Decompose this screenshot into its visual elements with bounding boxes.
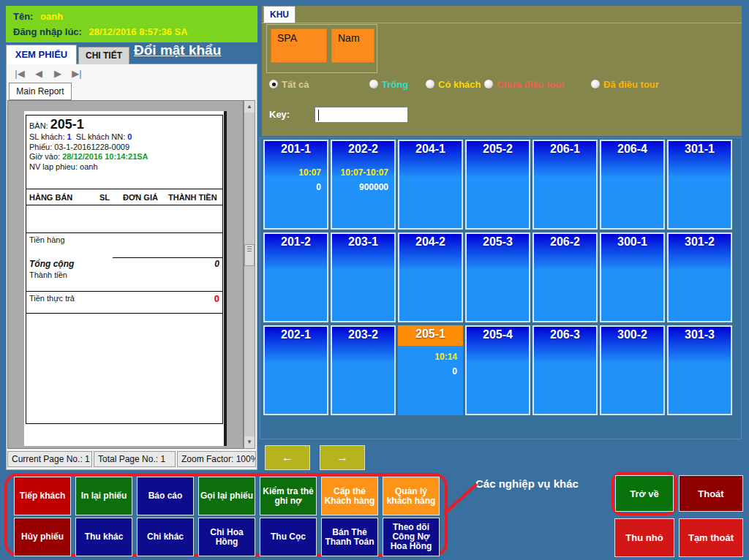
room-cell-300-2[interactable]: 300-2 — [600, 325, 665, 415]
nav-next-icon[interactable]: ▶ — [48, 68, 67, 79]
room-cell-202-2[interactable]: 202-210:07-10:07900000 — [331, 140, 396, 230]
room-name: 206-1 — [534, 141, 596, 156]
action-button-6[interactable]: Cấp thẻ Khách hàng — [321, 477, 378, 515]
report-scrollbar[interactable]: ▲ ▼ — [244, 100, 255, 449]
receipt-items-section — [26, 205, 222, 233]
room-cell-206-3[interactable]: 206-3 — [532, 325, 598, 415]
room-name: 205-2 — [467, 141, 529, 156]
room-cell-201-1[interactable]: 201-110:070 — [263, 140, 328, 230]
room-name: 301-3 — [669, 327, 731, 341]
action-button-2[interactable]: In lại phiếu — [75, 477, 132, 515]
room-cell-206-4[interactable]: 206-4 — [600, 140, 665, 230]
thanh-tien-label: Thành tiền — [29, 270, 67, 281]
action-button-1[interactable]: Hủy phiếu — [14, 518, 71, 556]
status-segment: Total Page No.: 1 — [94, 451, 176, 467]
room-name: 203-2 — [332, 327, 394, 341]
nav-first-icon[interactable]: |◀ — [10, 68, 29, 79]
change-password-link[interactable]: Đổi mật khẩu — [134, 42, 221, 58]
zone-button-nam[interactable]: Nam — [331, 29, 374, 63]
action-button-7[interactable]: Quản lý khách hàng — [383, 477, 440, 515]
room-cell-202-1[interactable]: 202-1 — [263, 325, 328, 415]
receipt-number-line: Phiếu: 03-1-20161228-0009 — [29, 143, 219, 153]
filter-radio-1[interactable]: Tất cả — [269, 79, 309, 91]
action-button-5[interactable]: Thu Cọc — [260, 518, 317, 556]
room-cell-205-1[interactable]: 205-110:140 — [398, 325, 463, 415]
nav-prev-icon[interactable]: ◀ — [29, 68, 48, 79]
room-cell-201-2[interactable]: 201-2 — [263, 232, 328, 322]
room-amount: 0 — [398, 366, 463, 377]
action-button-2[interactable]: Thu khác — [75, 518, 132, 556]
tro-ve-button[interactable]: Trở về — [615, 475, 674, 512]
note-pointer-line — [439, 475, 490, 519]
filter-radio-4[interactable]: Chưa điều tour — [484, 79, 565, 91]
key-input[interactable] — [315, 107, 408, 123]
room-name: 205-3 — [467, 234, 529, 249]
room-cell-206-1[interactable]: 206-1 — [532, 140, 598, 230]
room-cell-204-2[interactable]: 204-2 — [398, 232, 463, 322]
room-cell-301-1[interactable]: 301-1 — [667, 140, 732, 230]
receipt: BÀN: 205-1 SL khách: 1 SL khách NN: 0 Ph… — [26, 115, 223, 424]
tong-cong-value: 0 — [214, 259, 219, 270]
user-info-box: Tên: oanh Đăng nhập lúc: 28/12/2016 8:57… — [6, 6, 257, 42]
thu-nho-button[interactable]: Thu nhỏ — [614, 518, 674, 557]
receipt-columns-header: HÀNG BÁN SL ĐƠN GIÁ THÀNH TIỀN — [26, 189, 222, 205]
tab-main-report[interactable]: Main Report — [9, 83, 72, 100]
room-amount: 900000 — [332, 182, 394, 192]
text-caret — [318, 110, 319, 121]
page-right-button[interactable]: → — [320, 445, 365, 470]
room-cell-205-2[interactable]: 205-2 — [465, 140, 530, 230]
tam-thoat-button[interactable]: Tạm thoát — [679, 518, 743, 557]
action-button-3[interactable]: Báo cáo — [137, 477, 194, 515]
zone-group-box: SPA Nam — [266, 24, 377, 73]
action-button-6[interactable]: Bán Thẻ Thanh Toán — [321, 518, 378, 556]
staff-line: NV lap phieu: oanh — [29, 162, 219, 173]
arrow-right-icon: → — [336, 451, 348, 463]
tro-ve-highlight: Trở về — [611, 472, 677, 515]
filter-radio-2[interactable]: Trống — [369, 79, 408, 91]
tab-khu[interactable]: KHU — [263, 6, 296, 23]
login-time-label: Đăng nhập lúc: — [13, 26, 82, 37]
room-cell-301-3[interactable]: 301-3 — [667, 325, 732, 415]
room-name: 202-1 — [265, 327, 327, 341]
filter-radio-3[interactable]: Có khách — [426, 79, 481, 91]
room-cell-203-2[interactable]: 203-2 — [331, 325, 396, 415]
room-name: 204-2 — [399, 234, 462, 249]
room-cell-205-3[interactable]: 205-3 — [465, 232, 530, 322]
action-button-4[interactable]: Gọi lại phiếu — [198, 477, 255, 515]
tab-xem-phieu[interactable]: XEM PHIẾU — [6, 45, 77, 64]
zone-button-spa[interactable]: SPA — [271, 29, 327, 63]
receipt-info-section: BÀN: 205-1 SL khách: 1 SL khách NN: 0 Ph… — [26, 116, 222, 189]
room-cell-204-1[interactable]: 204-1 — [398, 140, 463, 230]
thoat-button[interactable]: Thoát — [679, 475, 743, 512]
filter-label: Trống — [382, 79, 408, 90]
room-cell-205-4[interactable]: 205-4 — [465, 325, 530, 415]
nav-last-icon[interactable]: ▶| — [67, 68, 86, 79]
action-button-7[interactable]: Theo dõi Công Nợ Hoa Hồng — [383, 518, 440, 556]
room-name: 201-2 — [265, 234, 327, 249]
login-time-line: Đăng nhập lúc: 28/12/2016 8:57:36 SA — [13, 24, 250, 39]
room-name: 206-2 — [534, 234, 596, 249]
radio-icon — [591, 80, 600, 88]
scroll-thumb[interactable] — [244, 244, 255, 266]
scroll-up-icon[interactable]: ▲ — [244, 101, 255, 113]
room-cell-206-2[interactable]: 206-2 — [532, 232, 598, 322]
scroll-down-icon[interactable]: ▼ — [244, 436, 255, 448]
action-button-3[interactable]: Chi khác — [137, 518, 194, 556]
checkin-time-value: 28/12/2016 10:14:21SA — [62, 152, 148, 161]
room-cell-300-1[interactable]: 300-1 — [600, 232, 665, 322]
table-number: 205-1 — [50, 117, 84, 132]
action-button-4[interactable]: Chi Hoa Hồng — [198, 518, 255, 556]
tab-chi-tiet[interactable]: CHI TIẾT — [78, 47, 129, 64]
room-time: 10:07-10:07 — [332, 167, 394, 178]
room-cell-203-1[interactable]: 203-1 — [331, 232, 396, 322]
page-left-button[interactable]: ← — [265, 445, 310, 470]
receipt-page: BÀN: 205-1 SL khách: 1 SL khách NN: 0 Ph… — [24, 111, 227, 446]
report-nav-toolbar: |◀◀▶▶| — [10, 68, 86, 81]
column-sl: SL — [99, 193, 123, 202]
action-button-5[interactable]: Kiểm tra thẻ ghi nợ — [260, 477, 317, 515]
login-time-value: 28/12/2016 8:57:36 SA — [89, 26, 188, 37]
actions-note: Các nghiệp vụ khác — [475, 477, 579, 490]
room-cell-301-2[interactable]: 301-2 — [667, 232, 732, 322]
action-button-1[interactable]: Tiếp khách — [14, 477, 71, 515]
filter-radio-5[interactable]: Đã điều tour — [591, 79, 659, 91]
